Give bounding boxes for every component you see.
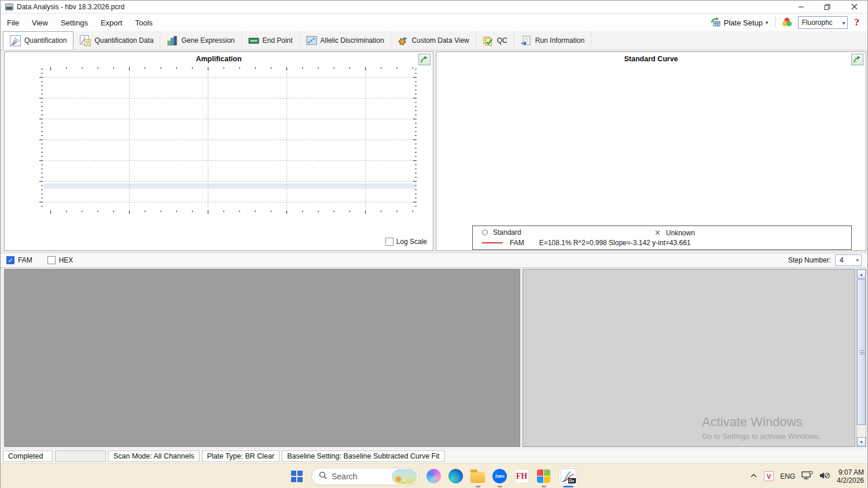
bio-rad-dx-app-icon[interactable]: Dx <box>558 465 578 488</box>
fit-statistics: E=108.1% R^2=0.998 Slope=-3.142 y-int=43… <box>539 239 691 247</box>
tray-expand-icon[interactable] <box>750 472 757 480</box>
fluorophore-filter-bar: ✓ FAM HEX Step Number: 4 ▾ <box>1 253 867 268</box>
checkbox-icon <box>385 238 393 246</box>
start-button[interactable] <box>290 465 304 488</box>
runinfo-icon <box>521 35 532 46</box>
language-indicator[interactable]: ENG <box>780 472 795 480</box>
qc-icon <box>483 35 494 46</box>
unknown-marker-icon: ✕ <box>654 228 661 237</box>
tab-label: Allelic Discrimination <box>321 36 384 45</box>
tab-label: End Point <box>263 36 293 45</box>
chevron-down-icon: ▾ <box>842 20 845 26</box>
plate-type: Plate Type: BR Clear <box>202 450 280 462</box>
edge-browser-icon[interactable] <box>448 465 463 488</box>
bottom-region: ▲ ▼ <box>1 269 867 447</box>
menu-bar: File View Settings Export Tools Plate Se… <box>1 14 867 31</box>
tab-end-point[interactable]: End Point <box>242 31 300 50</box>
title-bar: Data Analysis - hbv 18.3.2026.pcrd <box>1 1 867 13</box>
volume-muted-icon[interactable] <box>819 471 830 482</box>
export-chart-button[interactable] <box>851 54 863 65</box>
step-number-select[interactable]: 4 ▾ <box>835 254 862 266</box>
view-tabs-toolbar: QuantificationQuantification DataGene Ex… <box>1 31 867 50</box>
close-button[interactable] <box>841 1 867 13</box>
scroll-up-button[interactable]: ▲ <box>857 269 866 279</box>
fam-line-swatch <box>482 242 503 243</box>
tab-label: Quantification <box>24 36 67 45</box>
taskbar: Search Zalo FH Dx V ENG <box>1 463 867 488</box>
amplification-title: Amplification <box>5 55 433 63</box>
endpoint-icon <box>248 35 259 46</box>
standard-curve-title: Standard Curve <box>436 55 866 63</box>
gear-icon <box>398 35 409 46</box>
copilot-icon[interactable] <box>426 465 441 488</box>
scrollbar-thumb[interactable] <box>857 279 866 425</box>
menu-settings[interactable]: Settings <box>54 16 94 29</box>
run-state: Completed <box>3 450 53 462</box>
tab-gene-expression[interactable]: Gene Expression <box>160 31 241 50</box>
progress-segment <box>55 450 106 462</box>
clock[interactable]: 9:07 AM 4/2/2026 <box>837 468 864 485</box>
menu-tools[interactable]: Tools <box>128 16 159 29</box>
plate-setup-button[interactable]: Plate Setup ▾ <box>708 16 771 30</box>
standard-curve-plot[interactable] <box>436 52 866 225</box>
baseline-setting: Baseline Setting: Baseline Subtracted Cu… <box>282 450 444 462</box>
tab-label: QC <box>497 36 507 45</box>
charts-region: Amplification Log Scale Standard Curve S… <box>1 51 867 251</box>
bars-icon <box>167 35 178 46</box>
standard-curve-panel: Standard Curve Standard ✕ Unknown FAM E=… <box>436 51 866 251</box>
tab-quantification[interactable]: Quantification <box>3 31 73 50</box>
standard-marker-icon <box>482 230 488 235</box>
results-table-region <box>523 269 855 447</box>
application-window: Data Analysis - hbv 18.3.2026.pcrd File … <box>0 0 868 488</box>
plate-grid <box>4 269 520 447</box>
table-scrollbar[interactable]: ▲ ▼ <box>856 269 866 447</box>
menu-view[interactable]: View <box>25 16 54 29</box>
plate-setup-icon <box>710 17 721 29</box>
scan-mode: Scan Mode: All Channels <box>108 450 200 462</box>
allelic-icon <box>306 35 317 46</box>
maximize-button[interactable] <box>814 1 841 13</box>
search-icon <box>319 471 327 482</box>
tab-qc[interactable]: QC <box>476 31 514 50</box>
tab-label: Gene Expression <box>181 36 234 45</box>
app-icon <box>5 3 13 10</box>
tab-quantification-data[interactable]: Quantification Data <box>73 31 160 50</box>
standard-curve-legend: Standard ✕ Unknown FAM E=108.1% R^2=0.99… <box>472 225 852 250</box>
menu-file[interactable]: File <box>1 16 25 29</box>
zalo-icon[interactable]: Zalo <box>492 465 507 488</box>
tab-label: Quantification Data <box>94 36 153 45</box>
hex-checkbox[interactable] <box>47 256 56 264</box>
tab-run-information[interactable]: Run Information <box>514 31 591 50</box>
window-title: Data Analysis - hbv 18.3.2026.pcrd <box>17 3 124 11</box>
tab-custom-data-view[interactable]: Custom Data View <box>391 31 476 50</box>
cast-display-icon[interactable] <box>801 471 813 482</box>
minimize-button[interactable] <box>788 1 814 13</box>
unikey-icon[interactable]: V <box>764 471 774 481</box>
curve-doc-icon <box>80 35 91 46</box>
tab-label: Custom Data View <box>412 36 469 45</box>
tab-allelic-discrimination[interactable]: Allelic Discrimination <box>300 31 391 50</box>
tab-label: Run Information <box>535 36 584 45</box>
amplification-plot[interactable] <box>5 52 433 252</box>
menu-export[interactable]: Export <box>94 16 129 29</box>
export-chart-button[interactable] <box>418 54 431 65</box>
photos-app-icon[interactable] <box>536 465 551 488</box>
fh-app-icon[interactable]: FH <box>514 465 529 488</box>
search-box[interactable]: Search <box>311 465 419 488</box>
amplification-panel: Amplification Log Scale <box>4 51 433 251</box>
file-explorer-icon[interactable] <box>470 465 485 488</box>
fluorophore-select[interactable]: Fluorophc ▾ <box>798 16 848 29</box>
chevron-down-icon: ▾ <box>766 20 768 25</box>
chevron-down-icon: ▾ <box>856 257 859 263</box>
fam-checkbox[interactable]: ✓ <box>6 256 14 264</box>
status-bar: Completed Scan Mode: All Channels Plate … <box>1 449 867 463</box>
search-weather-thumbnail <box>392 469 417 484</box>
scroll-down-button[interactable]: ▼ <box>857 437 866 446</box>
curve-box-icon <box>10 35 21 46</box>
log-scale-checkbox[interactable]: Log Scale <box>385 238 427 246</box>
fluorophore-wheel-icon <box>781 16 793 29</box>
help-button[interactable]: ? <box>852 17 862 28</box>
